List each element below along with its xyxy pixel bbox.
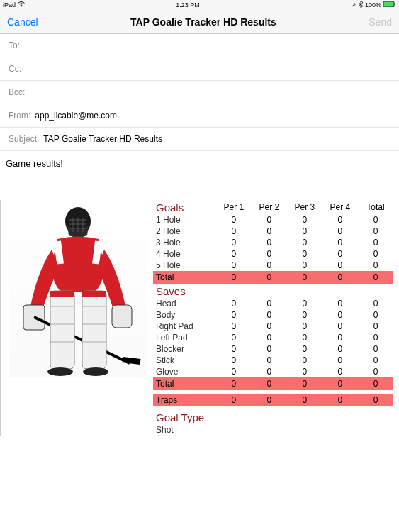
saves-value: 0: [358, 343, 393, 355]
goal-type-value: [287, 424, 322, 436]
goals-label: 2 Hole: [153, 226, 216, 237]
saves-value: 0: [358, 321, 393, 332]
goals-row: 1 Hole00000: [153, 214, 393, 226]
saves-value: 0: [322, 321, 358, 332]
goalie-image: [9, 200, 147, 377]
svg-rect-1: [394, 4, 395, 6]
subject-label: Subject:: [9, 134, 39, 144]
goals-value: 0: [287, 260, 322, 271]
goals-value: 0: [287, 226, 322, 237]
saves-row: Body00000: [153, 309, 393, 321]
saves-value: 0: [216, 343, 252, 355]
saves-value: 0: [216, 298, 252, 309]
saves-value: 0: [322, 366, 358, 377]
goals-value: 0: [358, 248, 393, 260]
saves-value: 0: [322, 343, 358, 355]
saves-value: 0: [287, 343, 322, 355]
traps-label: Traps: [153, 394, 216, 406]
goals-label: 1 Hole: [153, 214, 216, 226]
saves-value: 0: [287, 321, 322, 332]
goals-value: 0: [322, 214, 358, 226]
saves-value: 0: [358, 298, 393, 309]
time-label: 1:23 PM: [176, 1, 200, 9]
subject-field[interactable]: Subject: TAP Goalie Tracker HD Results: [0, 128, 399, 151]
body-text[interactable]: Game results!: [0, 151, 399, 176]
saves-value: 0: [358, 309, 393, 321]
saves-value: 0: [252, 309, 287, 321]
send-button[interactable]: Send: [369, 16, 392, 28]
saves-label: Body: [153, 309, 216, 321]
goals-value: 0: [358, 214, 393, 226]
saves-value: 0: [287, 355, 322, 366]
saves-total-label: Total: [153, 377, 216, 390]
goals-value: 0: [216, 226, 252, 237]
saves-value: 0: [216, 309, 252, 321]
goals-value: 0: [287, 248, 322, 260]
saves-value: 0: [252, 343, 287, 355]
saves-value: 0: [322, 332, 358, 343]
col-per3: Per 3: [287, 200, 322, 214]
saves-value: 0: [287, 309, 322, 321]
subject-value[interactable]: TAP Goalie Tracker HD Results: [43, 134, 390, 144]
goal-type-value: [216, 424, 252, 436]
saves-value: 0: [216, 321, 252, 332]
goals-value: 0: [216, 214, 252, 226]
goal-type-header: Goal Type: [153, 410, 216, 424]
saves-row: Left Pad00000: [153, 332, 393, 343]
cancel-button[interactable]: Cancel: [7, 16, 38, 28]
nav-bar: Cancel TAP Goalie Tracker HD Results Sen…: [0, 10, 399, 34]
goal-type-value: [252, 424, 287, 436]
compose-area: To: Cc: Bcc: From: app_licable@me.com Su…: [0, 34, 399, 151]
device-label: iPad: [3, 1, 16, 9]
goals-value: 0: [322, 248, 358, 260]
goals-value: 0: [252, 237, 287, 248]
goals-value: 0: [322, 226, 358, 237]
saves-value: 0: [252, 366, 287, 377]
saves-label: Head: [153, 298, 216, 309]
goals-value: 0: [216, 248, 252, 260]
saves-value: 0: [322, 355, 358, 366]
goals-value: 0: [252, 226, 287, 237]
svg-point-18: [83, 367, 108, 376]
saves-value: 0: [287, 298, 322, 309]
goals-value: 0: [322, 237, 358, 248]
bluetooth-icon: [359, 1, 363, 9]
goals-value: 0: [358, 237, 393, 248]
to-field[interactable]: To:: [0, 34, 399, 57]
svg-rect-16: [82, 291, 106, 297]
saves-total-row: Total 0 0 0 0 0: [153, 377, 393, 390]
battery-label: 100%: [365, 1, 381, 9]
goals-value: 0: [287, 214, 322, 226]
goals-label: 5 Hole: [153, 260, 216, 271]
cc-field[interactable]: Cc:: [0, 57, 399, 81]
bcc-label: Bcc:: [9, 87, 25, 97]
goals-value: 0: [358, 226, 393, 237]
saves-row: Glove00000: [153, 366, 393, 377]
saves-value: 0: [287, 366, 322, 377]
goals-label: 4 Hole: [153, 248, 216, 260]
wifi-icon: [18, 1, 25, 9]
saves-value: 0: [358, 366, 393, 377]
saves-row: Right Pad00000: [153, 321, 393, 332]
goals-header: Goals: [153, 200, 216, 214]
goal-type-row: Shot: [153, 424, 393, 436]
goals-value: 0: [252, 260, 287, 271]
from-value[interactable]: app_licable@me.com: [35, 111, 390, 121]
battery-icon: [383, 1, 396, 9]
saves-label: Blocker: [153, 343, 216, 355]
svg-rect-15: [50, 291, 74, 297]
goals-value: 0: [216, 260, 252, 271]
results-panel: Goals Per 1 Per 2 Per 3 Per 4 Total 1 Ho…: [0, 200, 399, 436]
goals-row: 3 Hole00000: [153, 237, 393, 248]
saves-value: 0: [252, 321, 287, 332]
saves-value: 0: [252, 355, 287, 366]
saves-value: 0: [358, 355, 393, 366]
bcc-field[interactable]: Bcc:: [0, 81, 399, 104]
saves-row: Stick00000: [153, 355, 393, 366]
col-per4: Per 4: [322, 200, 358, 214]
col-total: Total: [358, 200, 393, 214]
goals-row: 2 Hole00000: [153, 226, 393, 237]
saves-value: 0: [287, 332, 322, 343]
saves-value: 0: [358, 332, 393, 343]
from-field[interactable]: From: app_licable@me.com: [0, 104, 399, 128]
